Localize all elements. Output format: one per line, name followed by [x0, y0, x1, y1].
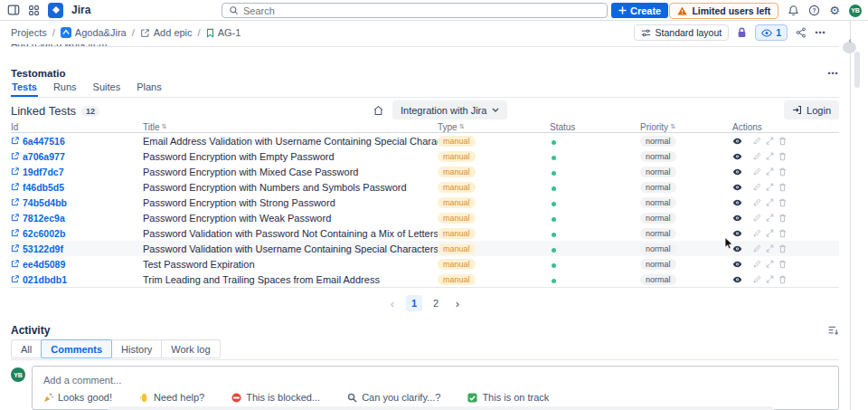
tab-suites[interactable]: Suites [92, 81, 122, 97]
tab-tests[interactable]: Tests [11, 81, 38, 97]
unlink-icon[interactable] [766, 198, 774, 206]
edit-pencil-icon[interactable] [753, 137, 761, 145]
collapse-panel-chevron-icon[interactable]: ‹ [844, 35, 855, 46]
delete-trash-icon[interactable] [778, 260, 787, 269]
search-input[interactable] [243, 5, 600, 16]
vertical-scrollbar[interactable] [854, 52, 860, 88]
tab-plans[interactable]: Plans [136, 81, 163, 97]
standard-layout-button[interactable]: Standard layout [634, 24, 730, 41]
view-eye-icon[interactable] [732, 184, 742, 191]
pagination-page-1[interactable]: 1 [406, 295, 422, 311]
activity-tab-worklog[interactable]: Work log [161, 339, 220, 358]
test-id-link[interactable]: 6a447516 [11, 136, 143, 147]
view-eye-icon[interactable] [732, 230, 742, 237]
delete-trash-icon[interactable] [778, 198, 787, 207]
test-id-link[interactable]: ee4d5089 [11, 259, 143, 270]
edit-pencil-icon[interactable] [753, 183, 761, 191]
activity-tab-history[interactable]: History [111, 339, 162, 358]
edit-pencil-icon[interactable] [753, 167, 761, 176]
delete-trash-icon[interactable] [778, 275, 787, 284]
delete-trash-icon[interactable] [778, 137, 787, 146]
comment-input[interactable]: Add a comment... Looks good! Need help? [32, 366, 839, 410]
view-eye-icon[interactable] [732, 168, 742, 176]
test-id-link[interactable]: a706a977 [11, 151, 143, 162]
test-id-link[interactable]: 7812ec9a [11, 213, 143, 224]
create-button[interactable]: Create [611, 3, 668, 18]
delete-trash-icon[interactable] [778, 214, 787, 223]
unlink-icon[interactable] [766, 152, 774, 160]
edit-pencil-icon[interactable] [753, 214, 761, 222]
activity-tab-all[interactable]: All [11, 339, 42, 358]
search-icon [229, 5, 239, 15]
test-id-link[interactable]: 74b5d4bb [11, 197, 143, 208]
column-header-type[interactable]: Type⇅ [438, 122, 550, 132]
view-eye-icon[interactable] [732, 261, 742, 268]
unlink-icon[interactable] [766, 137, 774, 145]
app-switcher-icon[interactable] [28, 5, 40, 16]
pagination-page-2[interactable]: 2 [428, 295, 444, 311]
test-id-link[interactable]: f46db5d5 [11, 182, 143, 193]
edit-pencil-icon[interactable] [753, 275, 761, 283]
login-button[interactable]: Login [784, 100, 839, 119]
add-related-work-item-label[interactable]: Add related work item [11, 44, 839, 47]
view-eye-icon[interactable] [732, 245, 742, 253]
quick-reply-on-track[interactable]: This is on track [467, 392, 549, 403]
lock-icon[interactable] [737, 27, 747, 38]
integration-dropdown[interactable]: Integration with Jira [392, 100, 507, 119]
edit-pencil-icon[interactable] [753, 260, 761, 268]
pagination-next-icon[interactable]: › [449, 295, 466, 311]
view-eye-icon[interactable] [732, 199, 742, 206]
column-header-priority[interactable]: Priority⇅ [640, 122, 732, 132]
breadcrumb-project[interactable]: Agoda&Jira [61, 27, 127, 38]
test-id-link[interactable]: 19df7dc7 [11, 167, 143, 177]
quick-reply-blocked[interactable]: This is blocked... [231, 392, 320, 403]
unlink-icon[interactable] [766, 275, 774, 283]
breadcrumb-projects[interactable]: Projects [11, 27, 47, 38]
test-id-link[interactable]: 62c6002b [11, 228, 143, 239]
settings-gear-icon[interactable]: ⚙ [829, 4, 840, 17]
delete-trash-icon[interactable] [778, 229, 787, 238]
jira-logo[interactable] [48, 3, 63, 18]
test-id-link[interactable]: 021dbdb1 [11, 274, 143, 285]
view-eye-icon[interactable] [732, 138, 742, 145]
edit-pencil-icon[interactable] [753, 152, 761, 160]
edit-pencil-icon[interactable] [753, 198, 761, 206]
tab-runs[interactable]: Runs [52, 81, 78, 97]
limited-users-button[interactable]: Limited users left [669, 3, 778, 19]
edit-pencil-icon[interactable] [753, 244, 761, 253]
delete-trash-icon[interactable] [778, 244, 787, 253]
unlink-icon[interactable] [766, 229, 774, 237]
testomatio-more-icon[interactable]: ⋯ [827, 67, 839, 80]
global-search[interactable] [222, 3, 608, 18]
view-eye-icon[interactable] [732, 153, 742, 160]
user-avatar[interactable]: YB [849, 5, 862, 17]
unlink-icon[interactable] [766, 244, 774, 253]
unlink-icon[interactable] [766, 214, 774, 222]
quick-reply-looks-good[interactable]: Looks good! [43, 392, 112, 403]
delete-trash-icon[interactable] [778, 152, 787, 161]
breadcrumb-add-epic[interactable]: Add epic [140, 27, 193, 38]
view-eye-icon[interactable] [732, 276, 742, 283]
quick-reply-need-help[interactable]: Need help? [139, 392, 204, 403]
column-header-title[interactable]: Title⇅ [143, 122, 438, 132]
share-icon[interactable] [796, 27, 807, 38]
breadcrumb-issue[interactable]: AG-1 [206, 27, 241, 38]
test-id-link[interactable]: 53122d9f [11, 243, 143, 254]
unlink-icon[interactable] [766, 167, 774, 176]
edit-pencil-icon[interactable] [753, 229, 761, 237]
watchers-button[interactable]: 1 [755, 24, 788, 41]
home-icon[interactable] [373, 105, 384, 116]
help-icon[interactable]: ? [808, 5, 820, 16]
more-options-icon[interactable]: ⋯ [815, 26, 826, 39]
sort-newest-first-icon[interactable] [827, 325, 839, 336]
notifications-icon[interactable] [788, 5, 799, 16]
sidebar-toggle-icon[interactable] [7, 4, 20, 16]
delete-trash-icon[interactable] [778, 167, 787, 176]
activity-tab-comments[interactable]: Comments [41, 339, 112, 358]
quick-reply-clarify[interactable]: Can you clarify...? [347, 392, 440, 403]
unlink-icon[interactable] [766, 260, 774, 268]
unlink-icon[interactable] [766, 183, 774, 191]
view-eye-icon[interactable] [732, 215, 742, 222]
delete-trash-icon[interactable] [778, 183, 787, 192]
pagination-prev-icon[interactable]: ‹ [384, 295, 401, 311]
